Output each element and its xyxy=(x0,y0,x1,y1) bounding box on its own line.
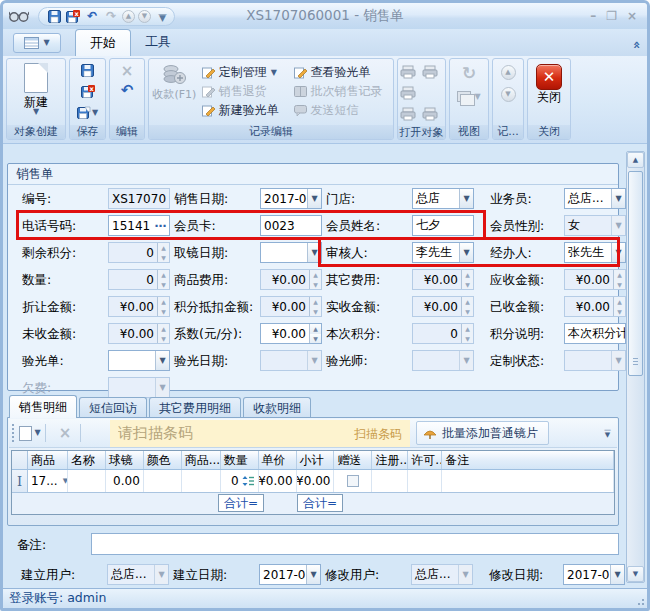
maximize-button[interactable]: ❐ xyxy=(606,9,617,23)
spinner-up-icon: ▲ xyxy=(158,270,169,280)
member-name-field[interactable]: 七夕 xyxy=(412,215,474,236)
grid-cell-12[interactable] xyxy=(442,470,614,492)
column-header-4[interactable]: 颜色 xyxy=(144,451,182,469)
spinner-up-icon: ▲ xyxy=(614,297,625,307)
chevron-down-icon[interactable]: ▼ xyxy=(610,565,624,584)
column-header-10[interactable]: 注册... xyxy=(372,451,408,469)
save-close-button[interactable]: x xyxy=(76,82,100,101)
column-header-2[interactable]: 名称 xyxy=(68,451,106,469)
column-header-9[interactable]: 赠送 xyxy=(334,451,372,469)
grid-cell-6[interactable]: 0 xyxy=(221,470,259,492)
created-date-field[interactable]: 2017-07▼ xyxy=(259,564,321,585)
grid-cell-3[interactable]: 0.00 xyxy=(106,470,144,492)
save-close-icon[interactable]: x xyxy=(65,8,81,24)
column-header-8[interactable]: 小计 xyxy=(297,451,335,469)
points-description-label: 积分说明: xyxy=(490,326,544,343)
tab-payment-detail[interactable]: 收款明细 xyxy=(243,397,311,418)
customize-manage-button[interactable]: 定制管理▼ xyxy=(198,63,290,82)
add-row-button[interactable]: ▼ xyxy=(18,422,42,444)
member-card-field[interactable]: 0023 xyxy=(260,215,322,236)
spinner-down-icon[interactable]: ▼ xyxy=(310,334,321,344)
column-header-1[interactable]: 商品 xyxy=(28,451,68,469)
save-icon[interactable] xyxy=(46,8,62,24)
close-window-button[interactable]: ✕ 关闭 xyxy=(530,61,568,123)
order-no-label: 编号: xyxy=(22,191,51,208)
new-optometry-button[interactable]: 新建验光单 xyxy=(198,101,290,120)
ellipsis-lookup-icon[interactable]: ⋯ xyxy=(153,219,169,233)
chevron-down-icon[interactable]: ▼ xyxy=(155,351,169,370)
chevron-down-icon[interactable]: ▼ xyxy=(459,243,473,262)
toolbar-overflow-button[interactable]: —▼ xyxy=(601,423,614,443)
grid-cell-5[interactable] xyxy=(182,470,221,492)
spinner-up-icon[interactable]: ▲ xyxy=(310,324,321,334)
phone-field[interactable]: 15141⋯ xyxy=(108,215,170,236)
remark-input[interactable] xyxy=(91,533,619,555)
chevron-down-icon: ▼ xyxy=(611,216,625,235)
vertical-scrollbar[interactable]: ▲ ▼ xyxy=(626,151,645,583)
view-window-button[interactable]: ▼ xyxy=(457,91,480,102)
view-optometry-button[interactable]: 查看验光单 xyxy=(290,63,391,82)
tab-sales-detail[interactable]: 销售明细 xyxy=(9,395,77,418)
grid-cell-10[interactable] xyxy=(372,470,408,492)
customize-quick-access-icon[interactable]: —▼ xyxy=(158,12,167,20)
column-header-3[interactable]: 球镜 xyxy=(106,451,144,469)
scroll-up-icon[interactable]: ▲ xyxy=(627,152,644,168)
grid-cell-8[interactable]: ¥0.00 xyxy=(297,470,335,492)
auditor-field[interactable]: 李先生▼ xyxy=(412,242,474,263)
tab-sms-followup[interactable]: 短信回访 xyxy=(79,397,147,418)
store-field[interactable]: 总店▼ xyxy=(412,188,474,209)
ribbon-tab-tools[interactable]: 工具 xyxy=(131,29,185,56)
modified-date-field[interactable]: 2017-07▼ xyxy=(563,564,625,585)
grid-cell-1[interactable]: 17...▼ xyxy=(28,470,68,492)
ribbon-group-close: ✕ 关闭 关闭 xyxy=(527,58,571,140)
handler-field[interactable]: 张先生▼ xyxy=(564,242,626,263)
login-account-text: 登录账号: admin xyxy=(3,590,106,607)
grid-cell-7[interactable]: ¥0.00 xyxy=(259,470,297,492)
sms-bubble-icon xyxy=(294,105,307,116)
pickup-date-field[interactable]: ▼ xyxy=(260,242,322,263)
close-button[interactable]: × xyxy=(627,9,637,23)
chevron-down-icon[interactable]: ▼ xyxy=(307,243,321,262)
gift-checkbox[interactable] xyxy=(347,475,359,487)
application-menu-button[interactable]: ▼ xyxy=(13,33,61,53)
column-header-7[interactable]: 单价 xyxy=(259,451,297,469)
sales-return-icon xyxy=(202,86,215,98)
chevron-down-icon[interactable]: ▼ xyxy=(611,189,625,208)
minimize-button[interactable]: – xyxy=(590,9,596,23)
new-button[interactable]: 新建 ▼ xyxy=(9,61,63,123)
points-description-field[interactable]: 本次积分计 xyxy=(564,323,626,344)
grid-row[interactable]: I17...▼0.000¥0.00¥0.00 xyxy=(12,470,614,493)
chevron-down-icon[interactable]: ▼ xyxy=(307,189,321,208)
resize-grip[interactable] xyxy=(635,596,645,606)
tab-other-fee-detail[interactable]: 其它费用明细 xyxy=(149,397,241,418)
batch-add-lens-button[interactable]: 批量添加普通镜片 xyxy=(416,421,549,445)
scrollbar-thumb[interactable] xyxy=(628,171,643,376)
chevron-down-icon[interactable]: ▼ xyxy=(306,565,320,584)
spinner-up-icon: ▲ xyxy=(310,297,321,307)
grid-cell-11[interactable] xyxy=(408,470,442,492)
save-new-button[interactable]: ▼ xyxy=(76,103,100,122)
chevron-down-icon[interactable]: ▼ xyxy=(611,243,625,262)
sale-date-field[interactable]: 2017-0▼ xyxy=(260,188,322,209)
grid-cell-9[interactable] xyxy=(334,470,372,492)
optometry-form-field[interactable]: ▼ xyxy=(108,350,170,371)
collapse-ribbon-icon[interactable]: « xyxy=(632,41,642,49)
ribbon: 新建 ▼ 对象创建 x ▼ 保存 × ↶ 编辑 xyxy=(3,56,647,144)
quantity-spinner-icon[interactable] xyxy=(239,475,255,487)
chevron-down-icon[interactable]: ▼ xyxy=(459,189,473,208)
scroll-down-icon[interactable]: ▼ xyxy=(627,566,644,582)
undo-edit-icon[interactable]: ↶ xyxy=(121,83,134,97)
ribbon-tab-start[interactable]: 开始 xyxy=(75,29,131,56)
salesperson-field[interactable]: 总店...▼ xyxy=(564,188,626,209)
grid-cell-4[interactable] xyxy=(144,470,182,492)
column-header-5[interactable]: 商品... xyxy=(182,451,221,469)
coefficient-field[interactable]: ¥0.00▲▼ xyxy=(260,323,322,344)
save-button[interactable] xyxy=(76,61,100,80)
column-header-6[interactable]: 数量 xyxy=(221,451,259,469)
column-header-11[interactable]: 许可... xyxy=(408,451,442,469)
undo-icon[interactable]: ↶ xyxy=(84,8,100,24)
column-header-12[interactable]: 备注 xyxy=(442,451,614,469)
spinner-buttons: ▲▼ xyxy=(309,297,321,316)
grid-cell-2[interactable] xyxy=(68,470,106,492)
spinner-buttons[interactable]: ▲▼ xyxy=(309,324,321,343)
